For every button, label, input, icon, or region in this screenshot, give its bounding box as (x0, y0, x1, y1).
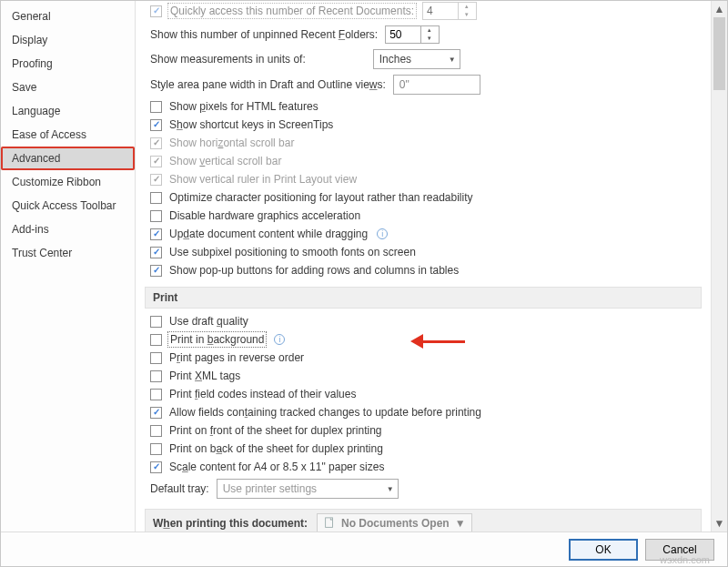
section-print-document: When printing this document: No Document… (145, 509, 702, 532)
info-icon[interactable]: i (274, 334, 285, 345)
display-opt-5: Optimize character positioning for layou… (145, 188, 702, 207)
display-opt-9: Show pop-up buttons for adding rows and … (145, 261, 702, 279)
sidebar-item-display[interactable]: Display (1, 28, 135, 52)
opt-unpinned-folders: Show this number of unpinned Recent Fold… (145, 23, 702, 46)
opt-label: Print field codes instead of their value… (169, 388, 356, 400)
opt-label: Show vertical ruler in Print Layout view (169, 173, 357, 186)
display-opt-2: Show horizontal scroll bar (145, 134, 702, 152)
document-icon (323, 517, 336, 530)
sidebar-item-customize-ribbon[interactable]: Customize Ribbon (1, 170, 135, 194)
section-print: Print (145, 287, 702, 309)
sidebar-item-advanced[interactable]: Advanced (1, 147, 135, 170)
checkbox (150, 156, 162, 167)
chevron-down-icon: ▼ (449, 56, 456, 64)
display-opt-8: Use subpixel positioning to smooth fonts… (145, 243, 702, 261)
display-opt-6: Disable hardware graphics acceleration (145, 207, 702, 225)
opt-label: Use draft quality (169, 315, 248, 328)
measurements-combo[interactable]: Inches ▼ (373, 49, 460, 69)
checkbox[interactable] (150, 265, 162, 277)
dialog-body: GeneralDisplayProofingSaveLanguageEase o… (1, 1, 727, 532)
checkbox[interactable] (150, 407, 162, 419)
sidebar-item-trust-center[interactable]: Trust Center (1, 241, 135, 265)
checkbox[interactable] (150, 101, 162, 113)
opt-label: Scale content for A4 or 8.5 x 11" paper … (169, 461, 384, 473)
checkbox[interactable] (150, 192, 162, 204)
opt-label: Print on back of the sheet for duplex pr… (169, 442, 383, 455)
scroll-thumb[interactable] (713, 17, 725, 90)
checkbox[interactable] (150, 443, 162, 455)
print-opt-1: Print in backgroundi (145, 330, 702, 349)
content-panel: Quickly access this number of Recent Doc… (136, 1, 727, 532)
opt-default-tray: Default tray: Use printer settings ▼ (145, 476, 702, 501)
vertical-scrollbar[interactable]: ▲ ▼ (711, 1, 727, 532)
spinner-buttons[interactable]: ▲▼ (458, 3, 474, 19)
chevron-down-icon: ▼ (387, 485, 394, 493)
opt-label: Use subpixel positioning to smooth fonts… (169, 246, 416, 258)
content-scroll: Quickly access this number of Recent Doc… (136, 1, 711, 532)
checkbox[interactable] (150, 247, 162, 258)
info-icon[interactable]: i (377, 228, 388, 239)
opt-label: Allow fields containing tracked changes … (169, 406, 481, 419)
opt-recent-docs: Quickly access this number of Recent Doc… (145, 1, 702, 23)
opt-label: Show measurements in units of: (150, 53, 306, 66)
display-opt-7: Update document content while draggingi (145, 225, 702, 243)
opt-label: Quickly access this number of Recent Doc… (169, 5, 415, 17)
opt-style-area: Style area pane width in Draft and Outli… (145, 72, 702, 97)
checkbox[interactable] (150, 210, 162, 222)
checkbox[interactable] (150, 425, 162, 437)
chevron-down-icon: ▼ (455, 517, 466, 530)
opt-label: Show pixels for HTML features (169, 100, 318, 113)
display-opt-1: Show shortcut keys in ScreenTips (145, 116, 702, 134)
default-tray-combo[interactable]: Use printer settings ▼ (217, 479, 399, 499)
watermark: wsxdn.com (660, 554, 710, 565)
sidebar-item-ease-of-access[interactable]: Ease of Access (1, 123, 135, 147)
unpinned-folders-spinner[interactable]: ▲▼ (385, 25, 440, 44)
unpinned-folders-value[interactable] (386, 28, 420, 41)
sidebar-item-quick-access-toolbar[interactable]: Quick Access Toolbar (1, 194, 135, 218)
display-opt-4: Show vertical ruler in Print Layout view (145, 170, 702, 188)
print-opt-4: Print field codes instead of their value… (145, 385, 702, 403)
print-opt-3: Print XML tags (145, 367, 702, 385)
recent-docs-spinner[interactable]: ▲▼ (422, 2, 477, 20)
recent-docs-value[interactable] (423, 5, 458, 17)
sidebar-item-save[interactable]: Save (1, 76, 135, 99)
opt-label: Print in background (169, 333, 265, 346)
print-opt-7: Print on back of the sheet for duplex pr… (145, 440, 702, 458)
spinner-buttons[interactable]: ▲▼ (420, 26, 437, 43)
style-area-input[interactable]: 0" (393, 75, 480, 95)
checkbox[interactable] (150, 316, 162, 328)
checkbox (150, 137, 162, 149)
print-opt-6: Print on front of the sheet for duplex p… (145, 421, 702, 440)
opt-measurements: Show measurements in units of: Inches ▼ (145, 46, 702, 72)
options-dialog: GeneralDisplayProofingSaveLanguageEase o… (0, 0, 728, 567)
checkbox[interactable] (150, 5, 162, 17)
checkbox[interactable] (150, 119, 162, 131)
checkbox[interactable] (150, 461, 162, 473)
opt-label: Disable hardware graphics acceleration (169, 209, 360, 222)
checkbox[interactable] (150, 389, 162, 400)
checkbox[interactable] (150, 334, 162, 346)
opt-label: Show pop-up buttons for adding rows and … (169, 264, 459, 277)
checkbox[interactable] (150, 228, 162, 240)
opt-label: Print on front of the sheet for duplex p… (169, 424, 382, 437)
print-document-combo[interactable]: No Documents Open ▼ (317, 513, 472, 532)
checkbox[interactable] (150, 370, 162, 382)
opt-label: Show horizontal scroll bar (169, 137, 294, 149)
scroll-down-icon[interactable]: ▼ (712, 515, 727, 532)
sidebar-item-language[interactable]: Language (1, 99, 135, 123)
print-opt-2: Print pages in reverse order (145, 349, 702, 367)
opt-label: Show shortcut keys in ScreenTips (169, 118, 333, 131)
sidebar-item-general[interactable]: General (1, 5, 135, 28)
sidebar-item-proofing[interactable]: Proofing (1, 52, 135, 76)
opt-label: Default tray: (150, 482, 209, 495)
sidebar-item-add-ins[interactable]: Add-ins (1, 218, 135, 241)
print-opt-8: Scale content for A4 or 8.5 x 11" paper … (145, 458, 702, 476)
checkbox (150, 174, 162, 186)
combo-value: No Documents Open (341, 517, 450, 530)
print-opt-5: Allow fields containing tracked changes … (145, 403, 702, 421)
print-opt-0: Use draft quality (145, 312, 702, 330)
ok-button[interactable]: OK (569, 539, 638, 561)
checkbox[interactable] (150, 352, 162, 364)
display-opt-0: Show pixels for HTML features (145, 97, 702, 116)
scroll-up-icon[interactable]: ▲ (712, 1, 727, 17)
